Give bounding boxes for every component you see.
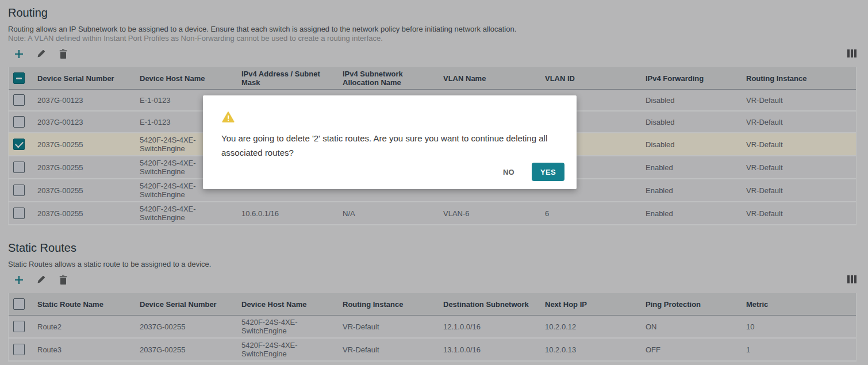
dialog-buttons: NO YES — [501, 163, 564, 181]
warning-icon — [222, 112, 235, 125]
dialog-message: You are going to delete '2' static route… — [221, 131, 554, 160]
no-button[interactable]: NO — [501, 164, 517, 180]
yes-button[interactable]: YES — [532, 163, 564, 181]
delete-confirmation-dialog: You are going to delete '2' static route… — [203, 95, 577, 189]
